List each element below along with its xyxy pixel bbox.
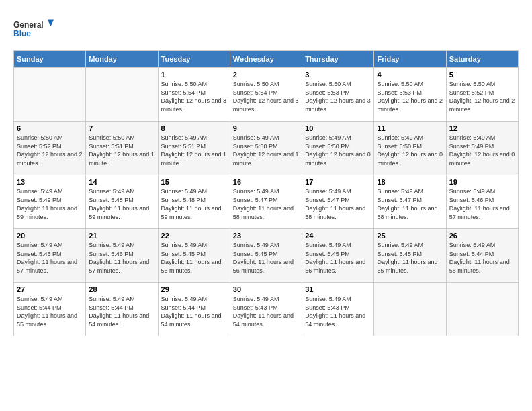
day-number: 17 (305, 178, 371, 186)
day-info: Sunrise: 5:49 AM Sunset: 5:46 PM Dayligh… (449, 187, 515, 221)
day-number: 28 (89, 285, 154, 293)
day-cell: 16Sunrise: 5:49 AM Sunset: 5:47 PM Dayli… (230, 175, 302, 229)
day-number: 27 (17, 285, 83, 293)
day-number: 9 (233, 124, 299, 132)
day-info: Sunrise: 5:49 AM Sunset: 5:45 PM Dayligh… (161, 241, 227, 275)
day-number: 22 (161, 232, 227, 240)
day-cell: 23Sunrise: 5:49 AM Sunset: 5:45 PM Dayli… (230, 229, 302, 283)
day-cell: 3Sunrise: 5:50 AM Sunset: 5:53 PM Daylig… (302, 68, 374, 122)
day-info: Sunrise: 5:49 AM Sunset: 5:43 PM Dayligh… (305, 295, 371, 328)
day-cell: 25Sunrise: 5:49 AM Sunset: 5:45 PM Dayli… (374, 229, 446, 283)
day-number: 3 (305, 71, 371, 79)
day-cell: 14Sunrise: 5:49 AM Sunset: 5:48 PM Dayli… (86, 175, 158, 229)
day-cell: 1Sunrise: 5:50 AM Sunset: 5:54 PM Daylig… (158, 68, 230, 122)
day-cell: 21Sunrise: 5:49 AM Sunset: 5:46 PM Dayli… (86, 229, 158, 283)
day-cell: 18Sunrise: 5:49 AM Sunset: 5:47 PM Dayli… (374, 175, 446, 229)
day-info: Sunrise: 5:49 AM Sunset: 5:43 PM Dayligh… (233, 295, 299, 328)
week-row-1: 6Sunrise: 5:50 AM Sunset: 5:52 PM Daylig… (14, 122, 519, 175)
day-info: Sunrise: 5:49 AM Sunset: 5:46 PM Dayligh… (17, 241, 83, 275)
week-row-0: 1Sunrise: 5:50 AM Sunset: 5:54 PM Daylig… (14, 68, 519, 122)
week-row-4: 27Sunrise: 5:49 AM Sunset: 5:44 PM Dayli… (14, 283, 519, 336)
header-row: SundayMondayTuesdayWednesdayThursdayFrid… (14, 51, 519, 68)
day-info: Sunrise: 5:49 AM Sunset: 5:45 PM Dayligh… (233, 241, 299, 275)
day-info: Sunrise: 5:50 AM Sunset: 5:54 PM Dayligh… (161, 80, 227, 113)
day-number: 11 (377, 124, 443, 132)
day-cell: 26Sunrise: 5:49 AM Sunset: 5:44 PM Dayli… (446, 229, 518, 283)
day-info: Sunrise: 5:50 AM Sunset: 5:52 PM Dayligh… (17, 134, 83, 167)
day-cell (374, 283, 446, 336)
header-cell-wednesday: Wednesday (230, 51, 302, 68)
day-cell: 4Sunrise: 5:50 AM Sunset: 5:53 PM Daylig… (374, 68, 446, 122)
day-number: 23 (233, 232, 299, 240)
day-number: 16 (233, 178, 299, 186)
week-row-3: 20Sunrise: 5:49 AM Sunset: 5:46 PM Dayli… (14, 229, 519, 283)
day-cell: 22Sunrise: 5:49 AM Sunset: 5:45 PM Dayli… (158, 229, 230, 283)
day-cell: 20Sunrise: 5:49 AM Sunset: 5:46 PM Dayli… (14, 229, 86, 283)
day-number: 6 (17, 124, 83, 132)
day-number: 12 (449, 124, 515, 132)
header-cell-tuesday: Tuesday (158, 51, 230, 68)
header-cell-thursday: Thursday (302, 51, 374, 68)
day-cell: 9Sunrise: 5:49 AM Sunset: 5:50 PM Daylig… (230, 122, 302, 175)
day-cell: 6Sunrise: 5:50 AM Sunset: 5:52 PM Daylig… (14, 122, 86, 175)
day-number: 18 (377, 178, 443, 186)
day-cell: 5Sunrise: 5:50 AM Sunset: 5:52 PM Daylig… (446, 68, 518, 122)
day-info: Sunrise: 5:49 AM Sunset: 5:47 PM Dayligh… (233, 187, 299, 221)
day-info: Sunrise: 5:50 AM Sunset: 5:51 PM Dayligh… (89, 134, 154, 167)
day-number: 30 (233, 285, 299, 293)
day-info: Sunrise: 5:49 AM Sunset: 5:50 PM Dayligh… (377, 134, 443, 167)
day-number: 19 (449, 178, 515, 186)
day-cell: 7Sunrise: 5:50 AM Sunset: 5:51 PM Daylig… (86, 122, 158, 175)
day-cell: 11Sunrise: 5:49 AM Sunset: 5:50 PM Dayli… (374, 122, 446, 175)
day-info: Sunrise: 5:49 AM Sunset: 5:44 PM Dayligh… (161, 295, 227, 328)
day-info: Sunrise: 5:50 AM Sunset: 5:54 PM Dayligh… (233, 80, 299, 113)
day-cell: 27Sunrise: 5:49 AM Sunset: 5:44 PM Dayli… (14, 283, 86, 336)
day-info: Sunrise: 5:49 AM Sunset: 5:49 PM Dayligh… (17, 187, 83, 221)
day-number: 10 (305, 124, 371, 132)
day-cell: 8Sunrise: 5:49 AM Sunset: 5:51 PM Daylig… (158, 122, 230, 175)
day-number: 7 (89, 124, 154, 132)
day-info: Sunrise: 5:49 AM Sunset: 5:50 PM Dayligh… (233, 134, 299, 167)
week-row-2: 13Sunrise: 5:49 AM Sunset: 5:49 PM Dayli… (14, 175, 519, 229)
day-number: 20 (17, 232, 83, 240)
day-cell: 31Sunrise: 5:49 AM Sunset: 5:43 PM Dayli… (302, 283, 374, 336)
day-number: 25 (377, 232, 443, 240)
day-cell: 13Sunrise: 5:49 AM Sunset: 5:49 PM Dayli… (14, 175, 86, 229)
day-number: 13 (17, 178, 83, 186)
day-cell: 15Sunrise: 5:49 AM Sunset: 5:48 PM Dayli… (158, 175, 230, 229)
logo: General Blue (13, 13, 54, 44)
svg-marker-2 (48, 19, 54, 26)
day-info: Sunrise: 5:50 AM Sunset: 5:52 PM Dayligh… (449, 80, 515, 113)
day-cell: 10Sunrise: 5:49 AM Sunset: 5:50 PM Dayli… (302, 122, 374, 175)
header-cell-sunday: Sunday (14, 51, 86, 68)
day-number: 31 (305, 285, 371, 293)
header-cell-friday: Friday (374, 51, 446, 68)
day-info: Sunrise: 5:49 AM Sunset: 5:44 PM Dayligh… (89, 295, 154, 328)
calendar-body: 1Sunrise: 5:50 AM Sunset: 5:54 PM Daylig… (14, 68, 519, 336)
day-info: Sunrise: 5:49 AM Sunset: 5:45 PM Dayligh… (305, 241, 371, 275)
day-number: 21 (89, 232, 154, 240)
day-number: 29 (161, 285, 227, 293)
day-cell: 19Sunrise: 5:49 AM Sunset: 5:46 PM Dayli… (446, 175, 518, 229)
day-info: Sunrise: 5:49 AM Sunset: 5:48 PM Dayligh… (89, 187, 154, 221)
day-info: Sunrise: 5:49 AM Sunset: 5:48 PM Dayligh… (161, 187, 227, 221)
day-number: 15 (161, 178, 227, 186)
day-number: 14 (89, 178, 154, 186)
day-cell: 29Sunrise: 5:49 AM Sunset: 5:44 PM Dayli… (158, 283, 230, 336)
day-cell: 30Sunrise: 5:49 AM Sunset: 5:43 PM Dayli… (230, 283, 302, 336)
svg-text:Blue: Blue (13, 29, 31, 38)
calendar-table: SundayMondayTuesdayWednesdayThursdayFrid… (13, 50, 519, 336)
day-info: Sunrise: 5:49 AM Sunset: 5:47 PM Dayligh… (377, 187, 443, 221)
day-info: Sunrise: 5:49 AM Sunset: 5:51 PM Dayligh… (161, 134, 227, 167)
day-number: 1 (161, 71, 227, 79)
day-number: 4 (377, 71, 443, 79)
header: General Blue (13, 13, 519, 44)
day-info: Sunrise: 5:49 AM Sunset: 5:46 PM Dayligh… (89, 241, 154, 275)
day-info: Sunrise: 5:49 AM Sunset: 5:44 PM Dayligh… (17, 295, 83, 328)
day-number: 5 (449, 71, 515, 79)
day-cell (14, 68, 86, 122)
day-cell: 24Sunrise: 5:49 AM Sunset: 5:45 PM Dayli… (302, 229, 374, 283)
day-number: 2 (233, 71, 299, 79)
logo-svg: General Blue (13, 13, 54, 44)
day-cell: 2Sunrise: 5:50 AM Sunset: 5:54 PM Daylig… (230, 68, 302, 122)
